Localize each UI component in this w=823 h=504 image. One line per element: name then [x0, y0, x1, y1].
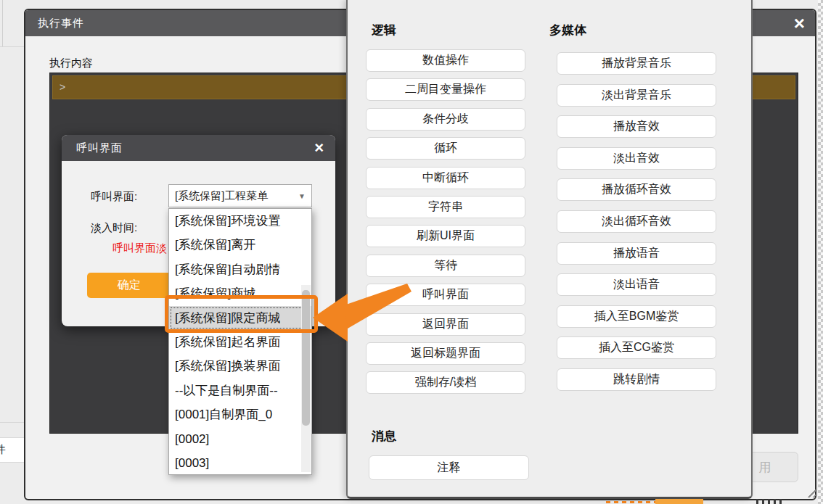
- dropdown-item[interactable]: [系统保留]起名界面: [169, 330, 311, 354]
- dropdown-item[interactable]: [系统保留]限定商城: [169, 306, 311, 330]
- call-interface-label: 呼叫界面:: [91, 190, 137, 204]
- scrollbar-thumb[interactable]: [302, 290, 310, 426]
- background-list-row: 件: [0, 437, 25, 463]
- command-button[interactable]: 返回界面: [366, 313, 525, 336]
- command-button[interactable]: 强制存/读档: [366, 371, 525, 394]
- command-button[interactable]: 呼叫界面: [366, 284, 525, 306]
- list-row-label: 件: [0, 443, 6, 457]
- dropdown-item[interactable]: [系统保留]自动剧情: [169, 257, 311, 281]
- logic-buttons: 数值操作 二周目变量操作 条件分歧 循环 中断循环 字符串 刷新UI界面 等待 …: [366, 49, 525, 394]
- command-button[interactable]: 播放语音: [557, 242, 716, 265]
- command-button[interactable]: 中断循环: [366, 167, 525, 189]
- command-button[interactable]: 插入至CG鉴赏: [557, 336, 716, 359]
- media-buttons: 播放背景音乐 淡出背景音乐 播放音效 淡出音效 播放循环音效 淡出循环音效 播放…: [557, 52, 716, 391]
- interface-dropdown-list: [系统保留]环境设置 [系统保留]离开 [系统保留]自动剧情 [系统保留]商城 …: [168, 208, 312, 475]
- command-button[interactable]: 淡出语音: [557, 273, 716, 296]
- dropdown-item[interactable]: --以下是自制界面--: [169, 379, 311, 402]
- interface-select-value: [系统保留]工程菜单: [175, 189, 268, 203]
- command-button[interactable]: 返回标题界面: [366, 342, 525, 365]
- command-button[interactable]: 等待: [366, 255, 525, 277]
- close-icon[interactable]: ×: [794, 14, 805, 33]
- exec-content-label: 执行内容: [49, 57, 93, 70]
- section-message-header: 消息: [372, 428, 396, 445]
- background-fragment-text: [756, 499, 782, 504]
- dialog-close-icon[interactable]: ×: [314, 140, 324, 156]
- command-button[interactable]: 刷新UI界面: [366, 225, 525, 247]
- dropdown-item[interactable]: [0003]: [169, 451, 311, 475]
- command-button[interactable]: 注释: [369, 455, 529, 480]
- scrollbar[interactable]: [301, 285, 311, 472]
- dropdown-item[interactable]: [系统保留]环境设置: [169, 209, 311, 233]
- command-button[interactable]: 条件分歧: [366, 108, 525, 131]
- command-button[interactable]: 二周目变量操作: [366, 78, 525, 101]
- dropdown-item[interactable]: [系统保留]商城: [169, 281, 311, 305]
- background-divider: [0, 46, 24, 47]
- command-button[interactable]: 插入至BGM鉴赏: [557, 305, 716, 328]
- window-title: 执行事件: [38, 17, 84, 30]
- warning-text: 呼叫界面淡: [112, 241, 167, 255]
- section-logic-header: 逻辑: [372, 22, 396, 38]
- command-button[interactable]: 淡出循环音效: [557, 210, 716, 233]
- section-media-header: 多媒体: [549, 22, 586, 38]
- command-button[interactable]: 数值操作: [366, 49, 525, 72]
- resize-grip-icon[interactable]: [806, 487, 816, 497]
- dropdown-item[interactable]: [0001]自制界面_0: [169, 402, 311, 426]
- command-button[interactable]: 字符串: [366, 196, 525, 218]
- checker-edge-strip: [818, 0, 823, 504]
- command-button[interactable]: 播放音效: [557, 115, 716, 138]
- dropdown-item[interactable]: [0002]: [169, 427, 311, 451]
- dialog-title: 呼叫界面: [76, 141, 123, 155]
- command-button[interactable]: 播放背景音乐: [557, 52, 716, 75]
- background-fragment-dashes: [606, 501, 655, 503]
- interface-select[interactable]: [系统保留]工程菜单 ▼: [168, 184, 312, 207]
- command-button[interactable]: 循环: [366, 137, 525, 160]
- background-divider: [0, 422, 24, 423]
- chevron-down-icon: ▼: [298, 192, 306, 200]
- prompt-caret: >: [60, 81, 65, 93]
- apply-button-label: 用: [759, 459, 771, 476]
- message-buttons: 注释: [369, 455, 529, 480]
- dropdown-item[interactable]: [系统保留]离开: [169, 233, 311, 257]
- command-button[interactable]: 跳转剧情: [557, 368, 716, 391]
- dialog-titlebar[interactable]: 呼叫界面 ×: [62, 135, 335, 161]
- background-fragment-orange: [655, 499, 703, 504]
- command-button[interactable]: 淡出音效: [557, 147, 716, 170]
- command-button[interactable]: 淡出背景音乐: [557, 84, 716, 107]
- confirm-button[interactable]: 确定: [87, 273, 171, 298]
- background-divider: [2, 0, 3, 46]
- dropdown-item[interactable]: [系统保留]换装界面: [169, 354, 311, 378]
- screenshot-root: 件 执行事件 × 执行内容 > 用 呼叫界面 × 呼叫界面: [系统保留]工程菜…: [0, 0, 823, 504]
- command-panel: 逻辑 数值操作 二周目变量操作 条件分歧 循环 中断循环 字符串 刷新UI界面 …: [346, 0, 753, 499]
- fade-time-label: 淡入时间:: [91, 221, 137, 235]
- command-button[interactable]: 播放循环音效: [557, 178, 716, 201]
